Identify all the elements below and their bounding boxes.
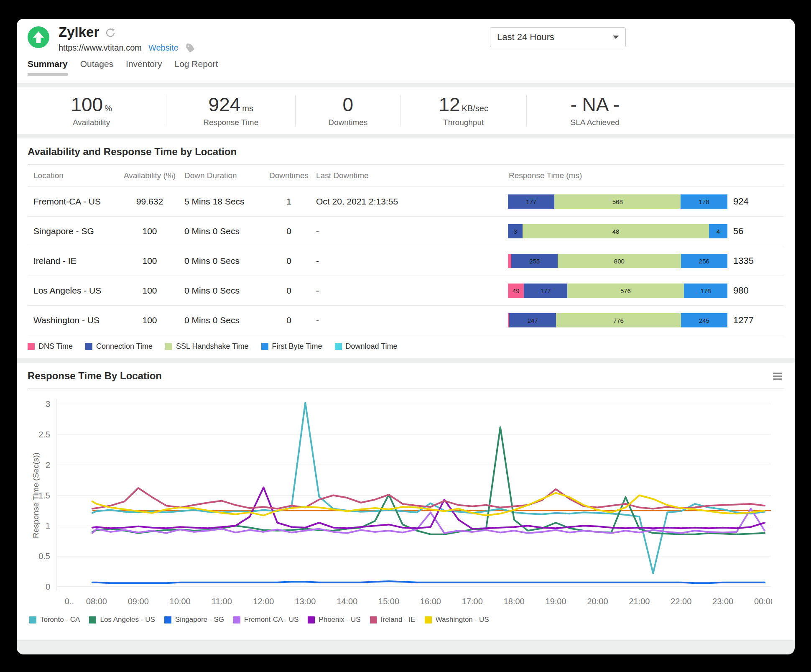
bar-segment-first_byte: 178 xyxy=(684,284,727,298)
cell-down-duration: 0 Mins 0 Secs xyxy=(184,256,262,266)
svg-text:15:00: 15:00 xyxy=(378,597,399,606)
bar-segment-value: 178 xyxy=(701,287,711,294)
stat-value: 12KB/sec xyxy=(400,95,526,114)
monitor-header: Zylker https://www.vtitan.com Website xyxy=(17,19,795,83)
cell-availability: 99.632 xyxy=(115,197,184,207)
chart-legend-los-angeles-us[interactable]: Los Angeles - US xyxy=(89,616,155,624)
stat-downtimes: 0Downtimes xyxy=(295,95,400,127)
legend-label: Los Angeles - US xyxy=(100,616,155,624)
legend-swatch xyxy=(89,616,96,623)
chart-legend-singapore-sg[interactable]: Singapore - SG xyxy=(164,616,224,624)
cell-down-duration: 0 Mins 0 Secs xyxy=(184,315,262,325)
cell-location: Los Angeles - US xyxy=(33,286,115,296)
monitor-title: Zylker xyxy=(59,25,99,40)
svg-text:23:00: 23:00 xyxy=(712,597,733,606)
legend-label: DNS Time xyxy=(38,342,73,351)
cell-location: Washington - US xyxy=(33,315,115,325)
svg-text:08:00: 08:00 xyxy=(86,597,107,606)
time-range-dropdown[interactable]: Last 24 Hours xyxy=(490,27,626,47)
legend-label: Download Time xyxy=(346,342,398,351)
bar-segment-dns xyxy=(508,254,511,268)
cell-last-downtime: - xyxy=(316,286,508,296)
bar-segment-connection: 177 xyxy=(524,284,567,298)
series-line-singapore-sg xyxy=(92,581,765,583)
series-line-toronto-ca xyxy=(92,403,765,573)
bar-segment-dns: 49 xyxy=(508,284,524,298)
bar-segment-first_byte: 178 xyxy=(681,194,727,209)
tab-inventory[interactable]: Inventory xyxy=(126,59,162,76)
bar-segment-ssl: 568 xyxy=(554,194,681,209)
legend-swatch xyxy=(164,616,171,623)
svg-text:16:00: 16:00 xyxy=(420,597,441,606)
legend-first-byte-time: First Byte Time xyxy=(261,342,322,351)
chart-legend: Toronto - CALos Angeles - USSingapore - … xyxy=(28,609,784,626)
col-down-duration: Down Duration xyxy=(184,171,262,180)
legend-label: Phoenix - US xyxy=(319,616,360,624)
monitor-card: Zylker https://www.vtitan.com Website xyxy=(17,19,795,654)
response-chart-panel: Response Time By Location 00.511.522.530… xyxy=(17,363,795,640)
legend-label: Fremont-CA - US xyxy=(244,616,298,624)
chart-legend-ireland-ie[interactable]: Ireland - IE xyxy=(370,616,416,624)
cell-downtimes: 0 xyxy=(262,315,316,325)
svg-text:0: 0 xyxy=(46,582,50,591)
website-link[interactable]: Website xyxy=(148,43,179,53)
bar-segment-connection: 177 xyxy=(508,194,554,209)
table-row-fremont-ca-us: Fremont-CA - US99.6325 Mins 18 Secs1Oct … xyxy=(28,187,784,217)
tab-bar: SummaryOutagesInventoryLog Report xyxy=(28,59,218,76)
legend-swatch xyxy=(261,343,268,350)
legend-swatch xyxy=(85,343,92,350)
legend-swatch xyxy=(165,343,172,350)
stat-label: Throughput xyxy=(400,118,526,127)
cell-last-downtime: Oct 20, 2021 2:13:55 xyxy=(316,197,508,207)
legend-swatch xyxy=(308,616,315,623)
cell-location: Ireland - IE xyxy=(33,256,115,266)
refresh-icon[interactable] xyxy=(105,28,116,38)
dashboard-body: 100%Availability924msResponse Time0Downt… xyxy=(17,83,795,640)
availability-panel-title: Availability and Response Time by Locati… xyxy=(28,146,784,158)
legend-label: Singapore - SG xyxy=(175,616,224,624)
cell-down-duration: 0 Mins 0 Secs xyxy=(184,226,262,236)
stat-unit: KB/sec xyxy=(462,104,488,113)
chart-panel-title: Response Time By Location xyxy=(28,370,162,382)
svg-text:14:00: 14:00 xyxy=(337,597,357,606)
legend-swatch xyxy=(335,343,342,350)
status-up-icon xyxy=(28,26,49,48)
legend-label: First Byte Time xyxy=(272,342,322,351)
bar-segment-first_byte: 245 xyxy=(681,313,727,327)
chart-legend-phoenix-us[interactable]: Phoenix - US xyxy=(308,616,360,624)
bar-segment-value: 776 xyxy=(613,317,624,324)
bar-segment-first_byte: 4 xyxy=(709,224,727,238)
cell-downtimes: 1 xyxy=(262,197,316,207)
stat-value: 100% xyxy=(17,95,166,114)
bar-segment-first_byte: 256 xyxy=(681,254,727,268)
bar-segment-ssl: 800 xyxy=(558,254,681,268)
stat-response-time: 924msResponse Time xyxy=(166,95,295,127)
response-time-chart: 00.511.522.530..08:0009:0010:0011:0012:0… xyxy=(28,391,772,609)
stat-label: SLA Achieved xyxy=(527,118,663,127)
svg-text:21:00: 21:00 xyxy=(629,597,650,606)
bar-segment-value: 800 xyxy=(614,258,625,265)
tag-icon[interactable] xyxy=(185,43,195,53)
arrow-up-icon xyxy=(33,31,44,43)
cell-total-response: 980 xyxy=(727,285,768,296)
tab-summary[interactable]: Summary xyxy=(28,59,68,76)
table-header-row: LocationAvailability (%)Down DurationDow… xyxy=(28,165,784,187)
legend-swatch xyxy=(233,616,240,623)
bar-segment-value: 4 xyxy=(717,228,720,235)
stat-unit: % xyxy=(105,104,112,113)
response-time-bar: 49177576178 xyxy=(508,284,727,298)
cell-availability: 100 xyxy=(115,256,184,266)
legend-label: Connection Time xyxy=(96,342,153,351)
svg-text:18:00: 18:00 xyxy=(504,597,525,606)
chart-legend-fremont-ca-us[interactable]: Fremont-CA - US xyxy=(233,616,298,624)
svg-text:1: 1 xyxy=(46,521,50,530)
cell-total-response: 1277 xyxy=(727,315,768,326)
tab-log-report[interactable]: Log Report xyxy=(175,59,218,76)
chart-legend-toronto-ca[interactable]: Toronto - CA xyxy=(29,616,80,624)
tab-outages[interactable]: Outages xyxy=(80,59,113,76)
legend-swatch xyxy=(28,343,35,350)
chart-legend-washington-us[interactable]: Washington - US xyxy=(425,616,489,624)
svg-text:10:00: 10:00 xyxy=(170,597,191,606)
chart-menu-icon[interactable] xyxy=(771,371,784,381)
bar-segment-value: 3 xyxy=(513,228,517,235)
